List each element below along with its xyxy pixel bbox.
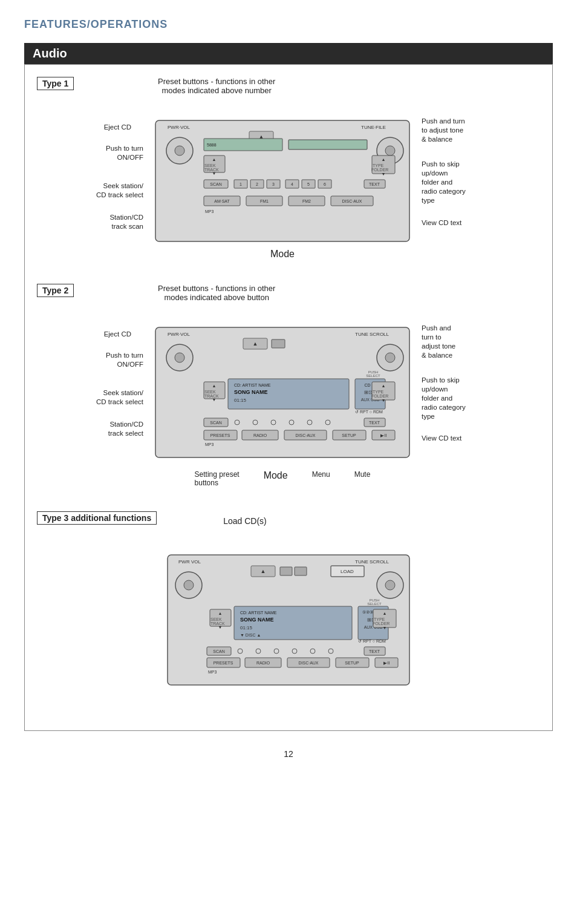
svg-text:3: 3: [272, 182, 275, 186]
svg-text:5888: 5888: [207, 143, 217, 147]
svg-text:▲: ▲: [261, 568, 266, 574]
svg-text:SONG NAME: SONG NAME: [240, 617, 274, 623]
type1-diagram: PWR·VOL TUNE·FILE ▲ 5888 ▲ SEEK: [149, 102, 416, 247]
svg-text:▼: ▼: [383, 626, 387, 630]
svg-rect-105: [295, 567, 307, 575]
svg-text:TUNE SCROLL: TUNE SCROLL: [355, 559, 390, 565]
section-header: Audio: [24, 43, 553, 64]
svg-text:CD: ARTIST NAME: CD: ARTIST NAME: [234, 383, 271, 387]
svg-text:RADIO: RADIO: [256, 661, 270, 665]
svg-point-111: [385, 580, 395, 590]
svg-text:5: 5: [307, 182, 310, 186]
type1-label: Type 1: [37, 77, 74, 90]
type3-diagram: PWR VOL TUNE SCROLL ▲ LOAD: [161, 537, 416, 694]
type2-view-cd: View CD text: [422, 434, 461, 443]
type1-section: Type 1 Preset buttons - functions in oth…: [37, 77, 540, 260]
svg-text:TUNE·FILE: TUNE·FILE: [361, 125, 386, 130]
type2-push-skip: Push to skipup/downfolder andradio categ…: [422, 376, 466, 421]
svg-text:SELECT: SELECT: [367, 602, 382, 606]
svg-text:PRESETS: PRESETS: [210, 433, 230, 437]
type1-mode-label: Mode: [270, 249, 295, 260]
svg-text:▲: ▲: [212, 384, 217, 388]
svg-text:FOLDER: FOLDER: [371, 394, 388, 398]
svg-text:▶·II: ▶·II: [383, 661, 390, 665]
type1-push-on-off: Push to turnON/OFF: [106, 144, 143, 162]
svg-text:PWR·VOL: PWR·VOL: [168, 125, 190, 130]
svg-text:01:15: 01:15: [240, 625, 253, 631]
svg-text:PWR·VOL: PWR·VOL: [168, 332, 190, 337]
svg-text:SONG NAME: SONG NAME: [234, 389, 268, 395]
svg-text:TEXT: TEXT: [369, 421, 380, 425]
svg-text:SCAN: SCAN: [213, 649, 224, 654]
type2-diagram: PWR·VOL TUNE SCROLL ▲ PUSH SELECT: [149, 309, 416, 467]
svg-text:↺ RPT  ○ RDM: ↺ RPT ○ RDM: [355, 410, 383, 414]
svg-point-58: [385, 353, 395, 362]
type2-mute: Mute: [354, 470, 371, 487]
type2-label: Type 2: [37, 284, 74, 297]
svg-text:↺ RPT  ○ RDM: ↺ RPT ○ RDM: [358, 639, 386, 643]
svg-point-41: [385, 146, 395, 156]
type2-station-scan: Station/CDtrack select: [108, 420, 143, 438]
type2-eject-label: Eject CD: [104, 330, 131, 339]
svg-text:PRESETS: PRESETS: [214, 661, 233, 665]
svg-text:▲: ▲: [218, 611, 223, 615]
svg-text:SEEK: SEEK: [204, 390, 216, 394]
svg-text:1: 1: [240, 182, 242, 186]
svg-point-54: [175, 353, 184, 362]
svg-text:MP3: MP3: [208, 670, 217, 674]
svg-text:TYPE: TYPE: [374, 617, 385, 621]
svg-text:6: 6: [324, 182, 326, 186]
svg-text:SCAN: SCAN: [210, 182, 221, 186]
svg-text:▼: ▼: [382, 172, 386, 176]
page-number: 12: [24, 749, 553, 759]
type3-load-cds: Load CD(s): [223, 516, 267, 526]
type1-preset-text: Preset buttons - functions in othermodes…: [158, 77, 275, 95]
type1-push-turn: Push and turnto adjust tone& balance: [422, 117, 465, 144]
type1-seek-station: Seek station/CD track select: [96, 182, 143, 200]
svg-text:TYPE: TYPE: [373, 390, 384, 394]
svg-text:▼: ▼: [212, 398, 217, 402]
svg-point-109: [184, 580, 194, 590]
svg-text:SETUP: SETUP: [342, 433, 356, 437]
svg-text:SCAN: SCAN: [210, 421, 221, 425]
svg-text:▲: ▲: [383, 611, 387, 615]
type1-push-skip: Push to skipup/downfolder andradio categ…: [422, 160, 466, 205]
type2-push-on-off: Push to turnON/OFF: [106, 351, 143, 369]
svg-text:▶·II: ▶·II: [380, 433, 387, 437]
svg-text:SETUP: SETUP: [345, 661, 359, 665]
svg-text:SELECT: SELECT: [366, 374, 380, 378]
page-title: FEATURES/OPERATIONS: [24, 18, 553, 31]
type1-station-scan: Station/CDtrack scan: [109, 213, 143, 231]
type1-eject-label: Eject CD: [104, 123, 131, 132]
svg-text:▼ DISC ▲: ▼ DISC ▲: [240, 633, 261, 637]
svg-text:TUNE SCROLL: TUNE SCROLL: [355, 332, 390, 337]
type2-setting-preset: Setting presetbuttons: [195, 470, 240, 487]
svg-text:▲: ▲: [382, 157, 386, 162]
type2-section: Type 2 Preset buttons - functions in oth…: [37, 284, 540, 487]
svg-text:▼: ▼: [212, 171, 217, 175]
svg-text:SEEK: SEEK: [210, 617, 222, 621]
type1-view-cd: View CD text: [422, 218, 461, 228]
svg-text:▲: ▲: [382, 384, 386, 388]
svg-text:RADIO: RADIO: [253, 433, 267, 437]
svg-text:LOAD: LOAD: [341, 569, 354, 574]
type2-preset-text: Preset buttons - functions in othermodes…: [158, 284, 275, 302]
svg-text:AM·SAT: AM·SAT: [214, 199, 230, 203]
svg-text:PWR VOL: PWR VOL: [178, 559, 201, 565]
type2-push-turn: Push andturn toadjust tone& balance: [422, 324, 455, 360]
svg-text:MP3: MP3: [205, 209, 214, 214]
svg-text:TEXT: TEXT: [369, 649, 380, 654]
svg-text:4: 4: [291, 182, 293, 186]
svg-text:DISC·AUX: DISC·AUX: [298, 661, 318, 665]
svg-text:▲: ▲: [212, 157, 217, 162]
svg-text:FM1: FM1: [260, 199, 269, 203]
svg-point-6: [175, 146, 184, 156]
svg-text:SEEK: SEEK: [204, 163, 216, 168]
svg-text:FOLDER: FOLDER: [373, 621, 390, 626]
svg-text:▼: ▼: [218, 625, 223, 629]
svg-text:FOLDER: FOLDER: [371, 168, 388, 172]
svg-text:01:15: 01:15: [234, 398, 247, 403]
type2-menu: Menu: [312, 470, 330, 487]
svg-text:DISC·AUX: DISC·AUX: [295, 433, 315, 437]
svg-text:CD: ARTIST NAME: CD: ARTIST NAME: [240, 611, 277, 615]
